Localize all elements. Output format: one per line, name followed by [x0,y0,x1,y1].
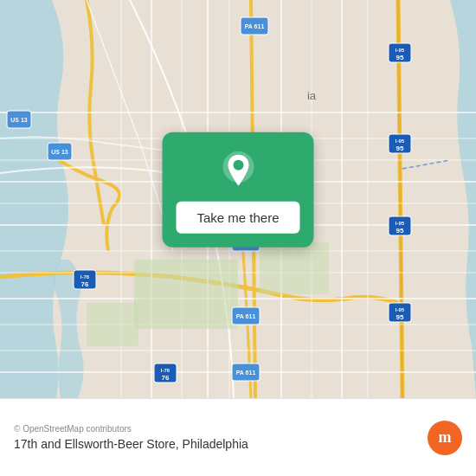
moovit-logo: m [428,421,462,455]
svg-text:US 13: US 13 [10,117,28,123]
copyright-text: © OpenStreetMap contributors [14,424,417,434]
svg-text:PA 611: PA 611 [236,313,256,319]
svg-text:I-95: I-95 [396,221,405,226]
svg-text:95: 95 [396,227,404,235]
svg-point-58 [233,160,243,170]
svg-text:I-76: I-76 [161,368,170,373]
svg-text:76: 76 [162,374,170,382]
map-container: US 13 US 13 PA 611 PA 611 PA 611 PA 611 … [0,0,476,398]
info-bar: © OpenStreetMap contributors 17th and El… [0,398,476,476]
svg-text:I-95: I-95 [396,307,405,312]
svg-text:95: 95 [396,313,404,321]
svg-text:I-95: I-95 [396,48,405,53]
action-card: Take me there [163,132,314,248]
location-name: 17th and Ellsworth-Beer Store, Philadelp… [14,437,417,451]
svg-text:76: 76 [81,280,89,288]
svg-rect-23 [260,242,329,294]
info-text: © OpenStreetMap contributors 17th and El… [14,424,417,451]
svg-text:PA 611: PA 611 [245,23,265,29]
moovit-logo-circle: m [428,421,462,455]
location-pin-icon [217,150,259,191]
svg-rect-24 [87,303,138,346]
svg-text:US 13: US 13 [51,149,68,155]
svg-text:95: 95 [396,145,404,152]
svg-text:PA 611: PA 611 [236,370,256,376]
svg-text:ia: ia [307,89,317,102]
svg-text:95: 95 [396,54,404,61]
moovit-initial: m [439,428,452,447]
svg-text:I-95: I-95 [396,138,405,144]
svg-text:I-76: I-76 [80,274,90,280]
svg-rect-22 [134,260,238,329]
take-me-there-button[interactable]: Take me there [177,202,300,234]
